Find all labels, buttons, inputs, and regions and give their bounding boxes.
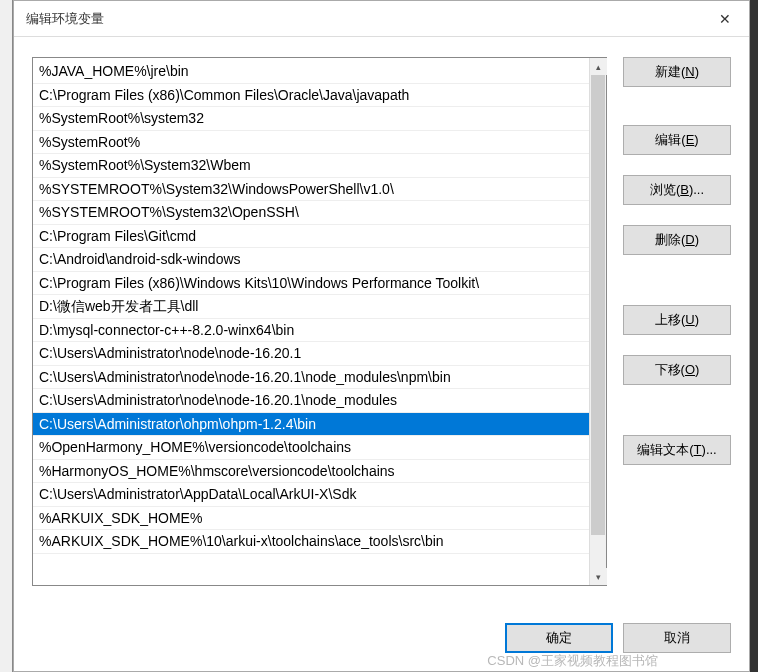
window-title: 编辑环境变量	[26, 10, 705, 28]
main-row: %JAVA_HOME%\jre\binC:\Program Files (x86…	[32, 57, 731, 601]
ok-button[interactable]: 确定	[505, 623, 613, 653]
list-item[interactable]: %JAVA_HOME%\jre\bin	[33, 60, 589, 84]
list-item[interactable]: C:\Program Files (x86)\Common Files\Orac…	[33, 84, 589, 108]
list-item[interactable]: D:\微信web开发者工具\dll	[33, 295, 589, 319]
list-item[interactable]: C:\Users\Administrator\ohpm\ohpm-1.2.4\b…	[33, 413, 589, 437]
list-item[interactable]: %SYSTEMROOT%\System32\WindowsPowerShell\…	[33, 178, 589, 202]
dialog-content: %JAVA_HOME%\jre\binC:\Program Files (x86…	[32, 57, 731, 653]
list-item[interactable]: C:\Program Files (x86)\Windows Kits\10\W…	[33, 272, 589, 296]
cancel-button[interactable]: 取消	[623, 623, 731, 653]
list-item[interactable]: %HarmonyOS_HOME%\hmscore\versioncode\too…	[33, 460, 589, 484]
edit-button[interactable]: 编辑(E)	[623, 125, 731, 155]
move-down-button[interactable]: 下移(O)	[623, 355, 731, 385]
list-item[interactable]: %ARKUIX_SDK_HOME%\10\arkui-x\toolchains\…	[33, 530, 589, 554]
titlebar: 编辑环境变量 ✕	[14, 1, 749, 37]
bottom-row: 确定 取消	[32, 623, 731, 653]
list-item[interactable]: C:\Android\android-sdk-windows	[33, 248, 589, 272]
delete-button[interactable]: 删除(D)	[623, 225, 731, 255]
close-button[interactable]: ✕	[705, 4, 745, 34]
path-list[interactable]: %JAVA_HOME%\jre\binC:\Program Files (x86…	[33, 58, 589, 585]
list-item[interactable]: %OpenHarmony_HOME%\versioncode\toolchain…	[33, 436, 589, 460]
list-item[interactable]: C:\Program Files\Git\cmd	[33, 225, 589, 249]
list-item[interactable]: %SYSTEMROOT%\System32\OpenSSH\	[33, 201, 589, 225]
list-item[interactable]: %SystemRoot%\System32\Wbem	[33, 154, 589, 178]
list-item[interactable]: C:\Users\Administrator\node\node-16.20.1	[33, 342, 589, 366]
edit-environment-variable-dialog: 编辑环境变量 ✕ %JAVA_HOME%\jre\binC:\Program F…	[13, 0, 750, 672]
scrollbar[interactable]: ▴ ▾	[589, 58, 606, 585]
scroll-thumb[interactable]	[591, 75, 605, 535]
list-item[interactable]: C:\Users\Administrator\node\node-16.20.1…	[33, 389, 589, 413]
background-strip	[0, 0, 12, 672]
browse-button[interactable]: 浏览(B)...	[623, 175, 731, 205]
move-up-button[interactable]: 上移(U)	[623, 305, 731, 335]
list-item[interactable]: %SystemRoot%\system32	[33, 107, 589, 131]
new-button[interactable]: 新建(N)	[623, 57, 731, 87]
list-item[interactable]: C:\Users\Administrator\node\node-16.20.1…	[33, 366, 589, 390]
side-buttons: 新建(N) 编辑(E) 浏览(B)... 删除(D) 上移(U) 下移(O) 编…	[623, 57, 731, 601]
path-list-container: %JAVA_HOME%\jre\binC:\Program Files (x86…	[32, 57, 607, 586]
list-item[interactable]: %ARKUIX_SDK_HOME%	[33, 507, 589, 531]
scroll-down-icon[interactable]: ▾	[590, 568, 607, 585]
edit-text-button[interactable]: 编辑文本(T)...	[623, 435, 731, 465]
close-icon: ✕	[719, 11, 731, 27]
right-strip	[750, 0, 758, 672]
scroll-up-icon[interactable]: ▴	[590, 58, 607, 75]
watermark: CSDN @王家视频教程图书馆	[487, 652, 658, 670]
list-item[interactable]: C:\Users\Administrator\AppData\Local\Ark…	[33, 483, 589, 507]
list-item[interactable]: %SystemRoot%	[33, 131, 589, 155]
list-item[interactable]: D:\mysql-connector-c++-8.2.0-winx64\bin	[33, 319, 589, 343]
